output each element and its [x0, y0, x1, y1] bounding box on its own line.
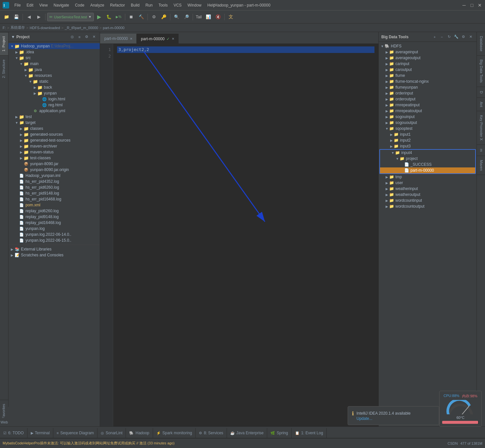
bdt-sogouinput[interactable]: ▶ 📁 sogouinput: [379, 114, 476, 120]
tail-button[interactable]: Tail: [195, 15, 203, 19]
bdt-success[interactable]: ▶ 📄 _SUCCESS: [380, 162, 475, 167]
save-button[interactable]: 💾: [12, 12, 21, 22]
bdt-averageoutput[interactable]: ▶ 📁 averageoutput: [379, 55, 476, 61]
panel-locate-button[interactable]: ◎: [69, 34, 76, 40]
tree-idea[interactable]: ▶ 📁 .idea: [9, 49, 100, 55]
breadcrumb-folder2[interactable]: HDFS-downloaded: [30, 26, 60, 30]
bdt-sogououtput[interactable]: ▶ 📁 sogououtput: [379, 120, 476, 126]
bdt-flumeyunpan[interactable]: ▶ 📁 flumeyunpan: [379, 84, 476, 90]
bdt-caroutput[interactable]: ▶ 📁 caroutput: [379, 67, 476, 73]
sequence-diagram-tab[interactable]: ≡ Sequence Diagram: [53, 428, 97, 438]
menu-analyze[interactable]: Analyze: [88, 2, 107, 9]
bdt-user[interactable]: ▶ 📁 user: [379, 180, 476, 186]
tree-hs-err3[interactable]: ▶ 📄 hs_err_pid9148.log: [9, 190, 100, 196]
tree-resources[interactable]: ▼ 📁 resources: [9, 73, 100, 78]
breadcrumb-drive[interactable]: F:: [3, 26, 6, 30]
run-config-selector[interactable]: ✏ UserServiceTest.test ▼: [47, 13, 94, 21]
tree-src[interactable]: ▼ 📁 src: [9, 55, 100, 61]
hadoop-tab[interactable]: 🐘 Hadoop: [126, 428, 153, 438]
bdt-averageinput[interactable]: ▶ 📁 averageinput: [379, 49, 476, 55]
bdt-settings-button[interactable]: 🔧: [453, 34, 459, 40]
breadcrumb-folder1[interactable]: 系统缓存: [10, 25, 25, 30]
bdt-weatherinput[interactable]: ▶ 📁 weatherinput: [379, 186, 476, 192]
tree-maven-archiver[interactable]: ▶ 📁 maven-archiver: [9, 143, 100, 149]
bdt-sqooptest[interactable]: ▼ 📁 sqooptest: [379, 126, 476, 131]
key-button[interactable]: 🔑: [159, 12, 168, 22]
tree-reg-html[interactable]: ▶ 🌐 reg.html: [9, 102, 100, 108]
tree-scratches[interactable]: ▶ 📝 Scratches and Consoles: [9, 252, 100, 258]
bdt-orderinput[interactable]: ▶ 📁 orderinput: [379, 90, 476, 96]
bdt-project[interactable]: ▼ 📁 project: [380, 156, 475, 162]
tree-main[interactable]: ▼ 📁 main: [9, 61, 100, 67]
code-area[interactable]: 3,project2,2: [113, 44, 378, 426]
key-promoter-tab[interactable]: Key Promoter X: [477, 111, 485, 145]
tree-yunpan-log[interactable]: ▶ 📄 yunpan.log: [9, 226, 100, 232]
java-enterprise-tab[interactable]: ☕ Java Enterprise: [227, 428, 267, 438]
bdt-gear-button[interactable]: ⚙: [460, 34, 467, 40]
project-tab[interactable]: 1: Project: [0, 32, 8, 55]
bdt-refresh-button[interactable]: ↻: [446, 34, 452, 40]
menu-navigate[interactable]: Navigate: [51, 2, 72, 9]
services-tab[interactable]: ⚙ 8: Services: [196, 428, 227, 438]
tree-test[interactable]: ▶ 📁 test: [9, 114, 100, 120]
structure-tab[interactable]: 2: Structure: [0, 55, 8, 82]
tab1-close[interactable]: ✕: [130, 37, 132, 41]
tree-yml[interactable]: ▶ ⚙ application.yml: [9, 108, 100, 114]
web-label[interactable]: Web: [1, 420, 8, 424]
tree-generated-test-sources[interactable]: ▶ 📁 generated-test-sources: [9, 137, 100, 143]
tree-hs-err4[interactable]: ▶ 📄 hs_err_pid16468.log: [9, 196, 100, 202]
build-button[interactable]: 🔨: [137, 12, 146, 22]
tree-test-classes[interactable]: ▶ 📁 test-classes: [9, 155, 100, 161]
panel-close-button[interactable]: ✕: [91, 34, 97, 40]
tree-back[interactable]: ▶ 📁 back: [9, 84, 100, 90]
debug-button[interactable]: 🐛: [104, 12, 113, 22]
bdt-input1[interactable]: ▶ 📁 input1: [379, 131, 476, 137]
tree-classes[interactable]: ▶ 📁 classes: [9, 126, 100, 131]
find-button[interactable]: 🔎: [182, 12, 191, 22]
bdt-rmrepeatoutput[interactable]: ▶ 📁 rmrepeatoutput: [379, 108, 476, 114]
bdt-input3[interactable]: ▶ 📁 input3: [379, 143, 476, 149]
tree-hs-err2[interactable]: ▶ 📄 hs_err_pid6260.log: [9, 184, 100, 190]
ant-tab[interactable]: Ant: [477, 98, 485, 112]
bdt-wordcountoutput[interactable]: ▶ 📁 wordcountoutput: [379, 203, 476, 209]
panel-settings-button[interactable]: ⚙: [83, 34, 90, 40]
tree-generated-sources[interactable]: ▶ 📁 generated-sources: [9, 131, 100, 137]
tree-pom[interactable]: ▶ 📄 pom.xml: [9, 202, 100, 208]
breadcrumb-folder3[interactable]: _R_tRpart_m_00000: [65, 26, 98, 30]
bdt-orderoutput[interactable]: ▶ 📁 orderoutput: [379, 96, 476, 102]
tree-yunpan[interactable]: ▶ 📁 yunpan: [9, 90, 100, 96]
tree-maven-status[interactable]: ▶ 📁 maven-status: [9, 149, 100, 155]
notif-update-link[interactable]: Update...: [356, 416, 372, 421]
menu-window[interactable]: Window: [185, 2, 204, 9]
editor-tab-1[interactable]: part-m-00000 ✕: [100, 34, 137, 43]
presentation-button[interactable]: 📊: [204, 12, 213, 22]
close-button[interactable]: ✕: [477, 3, 482, 8]
tree-iml[interactable]: ▶ 📄 Hadoop_yunpan.iml: [9, 173, 100, 179]
bdt-remove-button[interactable]: −: [439, 34, 445, 40]
spark-monitoring-tab[interactable]: ⚡ Spark monitoring: [153, 428, 196, 438]
tree-static[interactable]: ▼ 📁 static: [9, 78, 100, 84]
stop-button[interactable]: ⏹: [127, 12, 136, 22]
bdt-close-button[interactable]: ✕: [467, 34, 474, 40]
search-button[interactable]: 🔍: [172, 12, 181, 22]
settings-button[interactable]: ⚙: [149, 12, 159, 22]
forward-button[interactable]: ▶: [34, 12, 43, 22]
tree-jar1[interactable]: ▶ 📦 yunpan-8090.jar: [9, 161, 100, 167]
minimize-button[interactable]: ─: [461, 3, 467, 8]
tree-yunpan-log1[interactable]: ▶ 📄 yunpan.log.2022-06-14.0..: [9, 232, 100, 237]
spring-tab[interactable]: 🌿 Spring: [267, 428, 292, 438]
database-tab[interactable]: Database: [477, 32, 485, 56]
big-data-tools-tab[interactable]: Big Data Tools: [477, 56, 485, 87]
bdt-add-button[interactable]: +: [431, 34, 438, 40]
menu-vcs[interactable]: VCS: [171, 2, 184, 9]
bdt-flume[interactable]: ▶ 📁 flume: [379, 73, 476, 78]
bdt-tmp[interactable]: ▶ 📁 tmp: [379, 174, 476, 180]
sonarlint-tab[interactable]: ◎ SonarLint: [97, 428, 126, 438]
menu-edit[interactable]: Edit: [24, 2, 36, 9]
tree-target[interactable]: ▼ 📁 target: [9, 120, 100, 126]
tab2-close[interactable]: ✕: [172, 37, 174, 41]
tree-replay3[interactable]: ▶ 📄 replay_pid16468.log: [9, 220, 100, 226]
bdt-rmrepeatinput[interactable]: ▶ 📁 rmrepeatinput: [379, 102, 476, 108]
bdt-weatheroutput[interactable]: ▶ 📁 weatheroutput: [379, 192, 476, 198]
bdt-wordcountinput[interactable]: ▶ 📁 wordcountinput: [379, 198, 476, 203]
